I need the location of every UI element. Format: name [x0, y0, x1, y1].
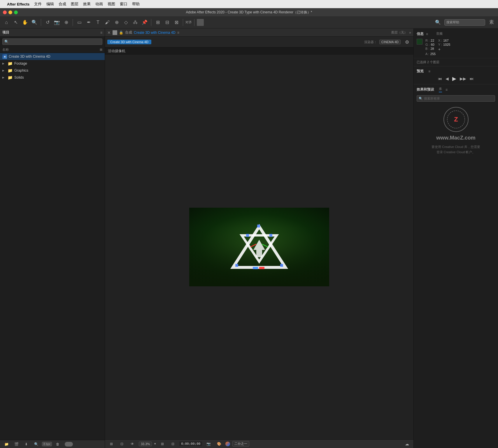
comp-camera-icon[interactable]: 📷 [204, 440, 213, 448]
preview-menu-icon[interactable]: ≡ [428, 69, 430, 73]
search-help-input[interactable]: 搜索帮助 [444, 19, 485, 26]
project-item-footage[interactable]: ▶ 📁 Footage [0, 60, 105, 67]
maximize-button[interactable] [14, 10, 18, 14]
home-btn[interactable]: ⌂ [2, 18, 10, 27]
graphics-label: Graphics [14, 68, 28, 73]
project-bottom-bar: 📁 🎬 ⬇ 🔍 8 bpc 🗑 [0, 440, 105, 448]
timecode-display[interactable]: 0;00;00;00 [179, 442, 202, 446]
info-title: 信息 [417, 31, 424, 36]
sort-icon[interactable]: ⊞ [100, 48, 102, 52]
close-icon[interactable]: ✕ [107, 30, 111, 35]
text-tool[interactable]: T [94, 18, 102, 27]
rect-tool[interactable]: ▭ [75, 18, 83, 27]
close-button[interactable] [3, 10, 7, 14]
preview-play-btn[interactable]: ▶ [452, 75, 456, 82]
eraser-tool[interactable]: ◇ [122, 18, 130, 27]
active-camera-label: 活动摄像机 [105, 47, 413, 55]
project-panel-header: 项目 ≡ [0, 29, 105, 37]
zoom-display[interactable]: 33.3% [139, 442, 152, 446]
preview-next-btn[interactable]: ▶▶ [460, 76, 466, 81]
effects-lib-tab[interactable]: 库 [439, 87, 442, 92]
menu-view[interactable]: 视图 [108, 1, 115, 7]
settings-btn[interactable] [197, 19, 204, 26]
comp-safe-icon[interactable]: ⊟ [169, 440, 177, 448]
project-menu-icon[interactable]: ≡ [100, 31, 102, 35]
snap-tool[interactable]: ⊟ [163, 18, 171, 27]
effects-search-placeholder: 搜索所有库 [424, 96, 440, 101]
orbit-tool[interactable]: ⊕ [62, 18, 70, 27]
comp-icon: ◈ [2, 54, 7, 59]
menu-anim[interactable]: 动画 [95, 1, 103, 7]
renderer-settings[interactable]: ⚙ [403, 38, 411, 46]
menu-effects[interactable]: 效果 [83, 1, 91, 7]
svg-rect-9 [280, 264, 283, 267]
preview-first-btn[interactable]: ⏮ [438, 76, 442, 81]
sep1 [41, 19, 41, 26]
menu-edit[interactable]: 编辑 [46, 1, 54, 7]
comp-fit-icon[interactable]: ⊞ [158, 440, 166, 448]
menu-comp[interactable]: 合成 [59, 1, 66, 7]
brush-tool[interactable]: 🖌 [103, 18, 111, 27]
element-btn[interactable]: 素 [488, 18, 496, 27]
trash-btn[interactable]: 🗑 [54, 440, 62, 448]
pen-tool[interactable]: ✒ [85, 18, 93, 27]
pin-tool[interactable]: 📌 [141, 18, 149, 27]
guide-tool[interactable]: ⊠ [172, 18, 180, 27]
project-item-graphics[interactable]: ▶ 📁 Graphics [0, 67, 105, 74]
half-res-display[interactable]: 二分之一 [232, 441, 249, 447]
minimize-button[interactable] [8, 10, 12, 14]
effects-search[interactable]: 🔍 搜索所有库 [417, 95, 495, 102]
clone-tool[interactable]: ⊕ [113, 18, 121, 27]
svg-rect-10 [257, 225, 260, 227]
search-btn[interactable]: 🔍 [32, 440, 40, 448]
new-comp-btn[interactable]: 🎬 [12, 440, 20, 448]
macz-watermark: Z www.MacZ.com 要使用 Creative Cloud 库，您需要登… [417, 102, 495, 159]
menu-help[interactable]: 帮助 [132, 1, 140, 7]
camera-tool[interactable]: 📷 [53, 18, 61, 27]
tab-audio[interactable]: 音频 [434, 31, 445, 37]
zoom-tool[interactable]: 🔍 [30, 18, 38, 27]
effects-menu-icon[interactable]: ≡ [446, 88, 448, 92]
search-help-placeholder: 搜索帮助 [446, 20, 459, 24]
color-picker[interactable] [225, 442, 230, 446]
plus-icon-area: + [438, 47, 450, 52]
puppet-tool[interactable]: ⁂ [131, 18, 139, 27]
project-panel: 项目 ≡ 🔍 名称 ⊞ ◈ Create 3D with Cinema 4D ▶… [0, 29, 105, 448]
rotate-tool[interactable]: ↺ [43, 18, 52, 27]
sep3 [151, 19, 151, 26]
col-name: 名称 [2, 47, 9, 52]
comp-viewport[interactable] [105, 55, 413, 439]
comp-tab[interactable]: Create 3D with Cinema 4D [107, 40, 151, 44]
comp-render-icon[interactable]: ⊞ [107, 440, 115, 448]
comp-overlay-icon[interactable]: ⊡ [118, 440, 126, 448]
preview-prev-btn[interactable]: ◀ [446, 76, 449, 81]
info-r: R : 22 [425, 39, 438, 42]
menu-file[interactable]: 文件 [34, 1, 42, 7]
project-item-solids[interactable]: ▶ 📁 Solids [0, 74, 105, 81]
renderer-value[interactable]: CINEMA 4D [379, 40, 401, 44]
coord-tool[interactable]: ⊞ [154, 18, 162, 27]
menu-layer[interactable]: 图层 [71, 1, 78, 7]
preview-last-btn[interactable]: ⏭ [470, 76, 474, 81]
project-title: 项目 [2, 30, 9, 35]
import-btn[interactable]: ⬇ [22, 440, 30, 448]
info-a: A : 255 [425, 52, 438, 56]
comp-color-icon[interactable]: 🎨 [215, 440, 223, 448]
selected-layers: 已选择 2 个图层 [414, 58, 498, 66]
project-item-comp[interactable]: ◈ Create 3D with Cinema 4D [0, 53, 105, 60]
project-search[interactable]: 🔍 [2, 38, 102, 45]
info-menu-icon[interactable]: ≡ [426, 32, 428, 36]
folder-icon-solids: 📁 [8, 75, 13, 80]
comp-overflow-icon[interactable]: » [409, 31, 411, 35]
menu-window[interactable]: 窗口 [120, 1, 127, 7]
expand-arrow-solids: ▶ [2, 76, 6, 79]
comp-menu-icon[interactable]: ≡ [177, 31, 179, 35]
comp-mode-icon[interactable]: 👁 [128, 440, 136, 448]
select-tool[interactable]: ↖ [12, 18, 20, 27]
renderer-label: 渲染器： [364, 40, 377, 44]
new-folder-btn[interactable]: 📁 [2, 440, 10, 448]
comp-cloud-icon[interactable]: ☁ [403, 440, 411, 448]
hand-tool[interactable]: ✋ [21, 18, 29, 27]
toggle-switch[interactable] [65, 442, 73, 447]
align-label: 对齐 [185, 20, 192, 24]
